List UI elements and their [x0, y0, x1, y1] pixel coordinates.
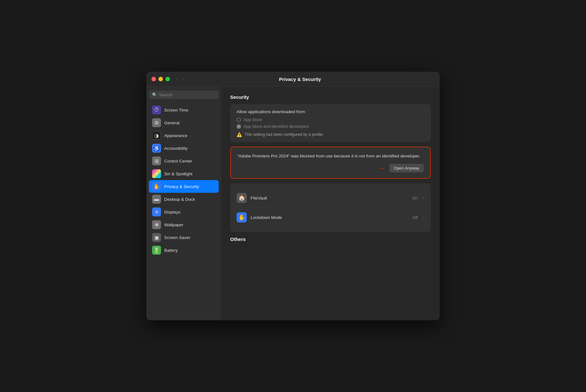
sidebar-label-privacy: Privacy & Security	[164, 184, 199, 189]
sidebar-label-siri: Siri & Spotlight	[164, 171, 193, 176]
privacy-icon: ✋	[152, 182, 161, 191]
radio-circle-identified[interactable]	[237, 124, 241, 129]
main-panel: Security Allow applications downloaded f…	[221, 87, 440, 320]
open-anyway-button[interactable]: Open Anyway	[389, 164, 424, 172]
screen-time-icon: ⏱	[152, 105, 161, 114]
profile-warning-text: This setting has been configured by a pr…	[245, 132, 324, 137]
lockdown-row[interactable]: ✋ Lockdown Mode Off ›	[237, 208, 424, 227]
sidebar-label-appearance: Appearance	[164, 133, 187, 138]
sidebar-item-screensaver[interactable]: ▣ Screen Saver	[149, 231, 219, 244]
blocked-app-message: “Adobe Premiere Pro 2024” was blocked fr…	[237, 153, 424, 159]
screensaver-icon: ▣	[152, 233, 161, 242]
sidebar-item-appearance[interactable]: ◑ Appearance	[149, 129, 219, 142]
profile-warning: ⚠️ This setting has been configured by a…	[237, 132, 424, 137]
others-section-title: Others	[230, 236, 431, 242]
title-bar: ‹ › Privacy & Security	[146, 72, 440, 87]
system-preferences-window: ‹ › Privacy & Security 🔍 ⏱ Screen Time ⚙…	[146, 72, 440, 320]
battery-icon: 🔋	[152, 246, 161, 255]
siri-icon: ✦	[152, 169, 161, 178]
radio-label-identified: App Store and identified developers	[244, 124, 309, 129]
radio-label-appstore: App Store	[244, 117, 262, 122]
blocked-app-card: “Adobe Premiere Pro 2024” was blocked fr…	[230, 147, 431, 179]
radio-app-store[interactable]: App Store	[237, 117, 424, 122]
wallpaper-icon: ❋	[152, 220, 161, 229]
back-button[interactable]: ‹	[175, 76, 179, 82]
sidebar-item-siri[interactable]: ✦ Siri & Spotlight	[149, 167, 219, 180]
security-section-title: Security	[230, 94, 431, 100]
security-options-card: 🏠 FileVault On › ✋ Lockdown Mode Off ›	[230, 183, 431, 232]
sidebar-label-accessibility: Accessibility	[164, 146, 188, 151]
content-area: 🔍 ⏱ Screen Time ⚙ General ◑ Appearance ♿…	[146, 87, 440, 320]
filevault-icon: 🏠	[237, 193, 247, 203]
lockdown-value: Off	[412, 215, 418, 220]
desktop-icon: ▬	[152, 195, 161, 204]
filevault-value: On	[412, 196, 418, 200]
close-button[interactable]	[151, 77, 156, 81]
filevault-chevron-icon: ›	[423, 195, 424, 200]
lockdown-icon: ✋	[237, 212, 247, 222]
lockdown-label: Lockdown Mode	[251, 215, 408, 220]
sidebar-item-control-center[interactable]: ⊞ Control Center	[149, 155, 219, 167]
allow-downloads-card: Allow applications downloaded from App S…	[230, 104, 431, 142]
maximize-button[interactable]	[165, 77, 170, 81]
search-icon: 🔍	[152, 92, 157, 97]
allow-downloads-label: Allow applications downloaded from	[237, 109, 424, 114]
sidebar-label-displays: Displays	[164, 210, 180, 214]
warning-icon: ⚠️	[237, 132, 242, 137]
sidebar-item-wallpaper[interactable]: ❋ Wallpaper	[149, 218, 219, 231]
accessibility-icon: ♿	[152, 144, 161, 153]
minimize-button[interactable]	[158, 77, 163, 81]
sidebar-item-general[interactable]: ⚙ General	[149, 116, 219, 129]
radio-app-store-identified[interactable]: App Store and identified developers	[237, 124, 424, 129]
radio-circle-appstore[interactable]	[237, 118, 241, 122]
arrow-right-icon: →	[378, 164, 385, 172]
search-bar[interactable]: 🔍	[149, 91, 219, 99]
sidebar-label-control-center: Control Center	[164, 159, 192, 163]
sidebar-item-screen-time[interactable]: ⏱ Screen Time	[149, 104, 219, 116]
sidebar-label-screen-time: Screen Time	[164, 108, 188, 113]
nav-arrows: ‹ ›	[175, 76, 186, 82]
sidebar-item-displays[interactable]: ✳ Displays	[149, 206, 219, 218]
appearance-icon: ◑	[152, 131, 161, 140]
search-input[interactable]	[159, 92, 216, 97]
sidebar: 🔍 ⏱ Screen Time ⚙ General ◑ Appearance ♿…	[146, 87, 221, 320]
window-title: Privacy & Security	[191, 76, 409, 82]
sidebar-label-wallpaper: Wallpaper	[164, 222, 183, 227]
traffic-lights	[151, 77, 170, 81]
sidebar-label-general: General	[164, 120, 179, 125]
sidebar-label-desktop: Desktop & Dock	[164, 197, 195, 202]
filevault-row[interactable]: 🏠 FileVault On ›	[237, 188, 424, 208]
sidebar-item-battery[interactable]: 🔋 Battery	[149, 244, 219, 257]
lockdown-chevron-icon: ›	[423, 215, 424, 220]
general-icon: ⚙	[152, 118, 161, 127]
sidebar-item-accessibility[interactable]: ♿ Accessibility	[149, 142, 219, 155]
sidebar-item-desktop-dock[interactable]: ▬ Desktop & Dock	[149, 193, 219, 206]
filevault-label: FileVault	[251, 196, 408, 200]
control-center-icon: ⊞	[152, 156, 161, 165]
sidebar-label-battery: Battery	[164, 248, 178, 253]
sidebar-item-privacy[interactable]: ✋ Privacy & Security	[149, 180, 219, 193]
displays-icon: ✳	[152, 207, 161, 216]
open-anyway-row: → Open Anyway	[237, 164, 424, 172]
forward-button[interactable]: ›	[181, 76, 186, 82]
sidebar-label-screensaver: Screen Saver	[164, 235, 190, 240]
